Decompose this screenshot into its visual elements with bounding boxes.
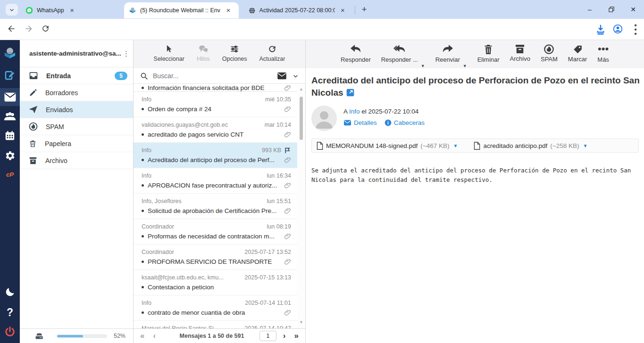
search-scope-mail-icon[interactable] [277, 72, 287, 80]
details-toggle[interactable]: Detalles [343, 119, 377, 126]
tab-whatsapp[interactable]: WhatsApp × [21, 2, 123, 18]
attachment-item[interactable]: acreditado anticipo.pdf (~258 KB) ▼ [474, 142, 587, 150]
message-sender: Mariuxi del Rocio Santos Si... [142, 325, 241, 328]
browser-menu-icon[interactable]: ••• [632, 23, 639, 36]
open-in-new-window-icon[interactable] [346, 89, 354, 97]
window-close-button[interactable]: ✕ [622, 6, 644, 13]
attachment-size: (~467 KB) [420, 142, 449, 149]
scroll-up-icon[interactable]: ▲ [299, 87, 304, 91]
reply-all-menu-caret[interactable]: ▼ [421, 64, 425, 68]
headers-toggle[interactable]: Cabeceras [385, 119, 425, 126]
scroll-down-icon[interactable]: ▼ [299, 320, 304, 325]
tab-close-icon[interactable]: × [339, 6, 347, 15]
search-icon [140, 72, 148, 80]
message-date: mié 10:35 [265, 96, 291, 103]
message-row[interactable]: ksaait@fcjse.utb.edu.ec, kmu...2025-07-1… [134, 270, 298, 295]
first-page-icon[interactable]: « [140, 331, 144, 341]
message-sender: Info, Joseflores [142, 198, 263, 204]
app-navigation-rail: cP ? [0, 40, 20, 343]
mark-button[interactable]: Marcar [568, 44, 587, 68]
forward-icon[interactable] [24, 24, 33, 33]
message-subject: acreditado de pagos servicio CNT [148, 131, 281, 138]
message-sender: Coordinador [142, 223, 263, 230]
folder-label: Enviados [46, 106, 127, 114]
compose-icon[interactable] [0, 69, 20, 81]
tab-close-icon[interactable]: × [68, 6, 76, 15]
message-row[interactable]: Infomié 10:35 Orden de compra # 24 [134, 92, 298, 117]
message-row[interactable]: Info2025-07-14 11:01 contrato de menor c… [134, 295, 298, 321]
tab-roundcube-active[interactable]: (5) Roundcube Webmail :: Envia × [124, 2, 239, 18]
options-sliders-icon [230, 44, 239, 54]
message-size: 993 KB [262, 147, 281, 154]
attachment-icon [284, 309, 291, 316]
message-list-pane: Seleccionar Hilos Opciones Actualizar Bu… [134, 40, 306, 343]
list-scrollbar[interactable]: ▲ ▼ [297, 84, 305, 328]
dark-mode-moon-icon[interactable] [0, 286, 20, 297]
forward-menu-caret[interactable]: ▼ [463, 64, 467, 68]
refresh-button[interactable]: Actualizar [259, 44, 285, 68]
message-row[interactable]: Info, Josefloreslun 15:51 Solicitud de a… [134, 194, 298, 219]
profile-icon[interactable] [613, 24, 623, 34]
archive-button[interactable]: Archivo [510, 44, 530, 68]
message-sender: ksaait@fcjse.utb.edu.ec, kmu... [142, 274, 241, 281]
message-row[interactable]: Coordinador2025-07-17 13:52 PROFORMA SER… [134, 245, 298, 270]
reply-all-button[interactable]: Responder ... [381, 44, 418, 68]
help-icon[interactable]: ? [0, 306, 20, 319]
page-number-input[interactable]: 1 [259, 331, 276, 341]
options-label: Opciones [222, 56, 247, 62]
folder-enviados[interactable]: Enviados [20, 101, 133, 118]
account-menu-icon[interactable]: ⋮ [123, 49, 129, 58]
message-row[interactable]: validaciones.guayas@cnt.gob.ecmar 10:14 … [134, 117, 298, 143]
attachment-menu-caret[interactable]: ▼ [453, 143, 458, 148]
recipient-link[interactable]: Info [349, 108, 360, 115]
calendar-icon[interactable] [0, 131, 20, 141]
more-dots-icon: ••• [598, 44, 609, 55]
forward-button[interactable]: Reenviar [435, 44, 460, 68]
threads-button[interactable]: Hilos [197, 44, 210, 68]
tab-close-icon[interactable]: × [224, 6, 233, 15]
delete-button[interactable]: Eliminar [477, 44, 500, 68]
prev-page-icon[interactable]: ‹ [153, 331, 156, 341]
folder-papelera[interactable]: Papelera [20, 135, 133, 152]
folder-label: Archivo [45, 157, 127, 164]
attachment-menu-caret[interactable]: ▼ [583, 143, 587, 148]
window-restore-button[interactable] [601, 7, 622, 12]
back-icon[interactable] [7, 24, 16, 33]
reload-icon[interactable] [41, 24, 50, 33]
more-button[interactable]: ••• Más [597, 44, 609, 68]
tab-actividad[interactable]: Actividad 2025-07-22 08:00:00 × [244, 2, 351, 18]
mail-section-icon[interactable] [0, 88, 20, 106]
folder-borradores[interactable]: Borradores [20, 84, 133, 101]
contacts-icon[interactable] [0, 111, 20, 121]
attachment-item[interactable]: MEMORANDUM 148-signed.pdf (~467 KB) ▼ [317, 142, 458, 150]
message-row[interactable]: Mariuxi del Rocio Santos Si...2025-07-14… [134, 321, 298, 328]
inbox-icon [29, 72, 38, 80]
last-page-icon[interactable]: » [294, 331, 299, 341]
attachment-icon [284, 258, 291, 265]
next-page-icon[interactable]: › [283, 331, 286, 341]
person-icon [311, 106, 337, 131]
options-button[interactable]: Opciones [222, 44, 247, 68]
message-sender: Info [142, 300, 241, 306]
folder-entrada[interactable]: Entrada 5 [20, 67, 133, 84]
new-tab-button[interactable]: + [359, 4, 370, 15]
spam-button[interactable]: SPAM [541, 44, 558, 68]
message-row[interactable]: Información financiera solicitada por BD… [134, 84, 298, 92]
search-options-chevron-icon[interactable] [293, 73, 299, 79]
window-minimize-button[interactable]: – [579, 6, 601, 13]
folder-archivo[interactable]: Archivo [20, 152, 133, 169]
settings-gear-icon[interactable] [0, 150, 20, 161]
search-bar[interactable]: Buscar... [134, 68, 305, 84]
message-row-selected[interactable]: Info993 KB Acreditado del anticipo del p… [134, 143, 298, 168]
message-row[interactable]: Infolun 16:34 APROBACION fase precontrac… [134, 168, 298, 194]
message-row[interactable]: Coordinadorlun 08:19 Proformas de necesi… [134, 219, 298, 245]
folder-spam[interactable]: SPAM [20, 118, 133, 135]
cpanel-icon[interactable]: cP [0, 171, 20, 178]
select-button[interactable]: Seleccionar [154, 44, 184, 68]
reply-button[interactable]: Responder [341, 44, 371, 68]
tab-search-button[interactable] [6, 4, 18, 16]
message-subject: Proformas de necesidad de contratacion m… [148, 233, 281, 240]
logout-power-icon[interactable] [0, 326, 20, 337]
downloads-icon[interactable] [595, 24, 606, 35]
scrollbar-thumb[interactable] [300, 97, 303, 140]
